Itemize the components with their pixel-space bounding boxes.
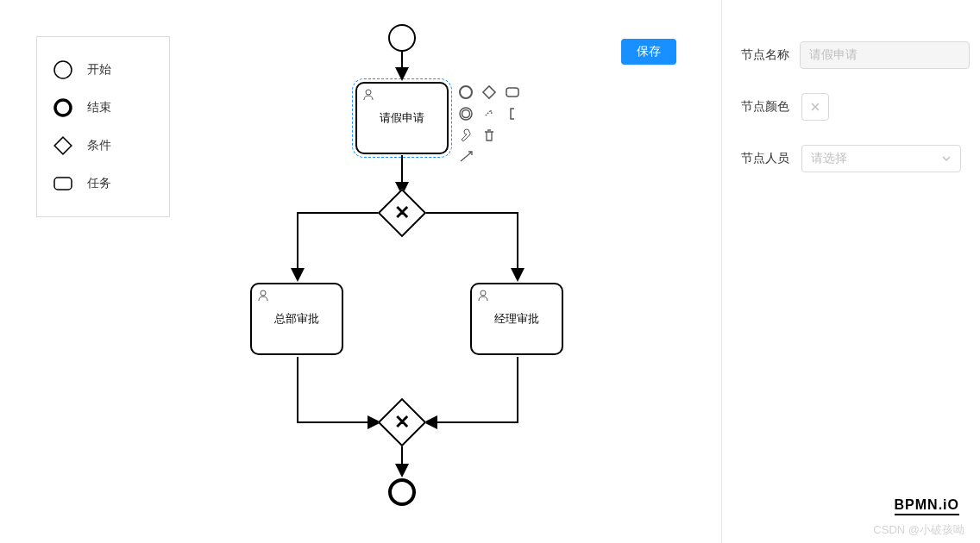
svg-point-12 (462, 110, 470, 118)
svg-rect-9 (483, 86, 495, 98)
node-person-label: 节点人员 (741, 151, 791, 166)
pad-annotation-icon[interactable] (481, 105, 498, 122)
pad-trash-icon[interactable] (481, 127, 498, 144)
flow-edges (0, 0, 707, 543)
task-label: 请假申请 (380, 110, 424, 126)
watermark: CSDN @小破孩呦 (873, 522, 964, 538)
chevron-down-icon (941, 153, 952, 164)
node-name-input[interactable] (800, 41, 970, 69)
task-node-hq-approval[interactable]: 总部审批 (250, 283, 343, 355)
pad-gateway-icon[interactable] (481, 84, 498, 101)
context-pad (457, 84, 523, 165)
task-node-manager-approval[interactable]: 经理审批 (470, 283, 563, 355)
pad-connect-icon[interactable] (457, 148, 474, 165)
pad-start-event-icon[interactable] (457, 84, 474, 101)
bpmn-logo: BPMN.iO (895, 497, 959, 515)
user-icon (256, 289, 270, 303)
gateway-node-1[interactable]: ✕ (385, 196, 419, 230)
start-event-node[interactable] (388, 24, 416, 52)
save-button[interactable]: 保存 (621, 39, 676, 65)
node-person-select[interactable]: 请选择 (801, 145, 961, 172)
svg-point-14 (481, 290, 486, 296)
svg-rect-10 (506, 88, 518, 97)
node-color-label: 节点颜色 (741, 99, 791, 115)
task-label: 经理审批 (494, 311, 539, 327)
node-name-label: 节点名称 (741, 47, 789, 63)
end-event-node[interactable] (388, 478, 416, 506)
user-icon (476, 289, 490, 303)
svg-point-8 (460, 86, 472, 98)
bpmn-canvas[interactable]: 请假申请 ✕ 总部审批 经理审批 ✕ (0, 0, 707, 543)
close-icon (810, 102, 820, 112)
select-placeholder: 请选择 (811, 151, 847, 166)
pad-task-icon[interactable] (504, 84, 521, 101)
user-icon (361, 88, 375, 102)
svg-point-7 (366, 90, 371, 95)
node-color-picker[interactable] (801, 93, 829, 121)
pad-wrench-icon[interactable] (457, 127, 474, 144)
task-label: 总部审批 (274, 311, 319, 327)
task-node-leave-request[interactable]: 请假申请 (355, 82, 449, 154)
pad-intermediate-event-icon[interactable] (457, 105, 474, 122)
svg-point-13 (261, 290, 266, 296)
pad-bracket-icon[interactable] (504, 105, 521, 122)
gateway-node-2[interactable]: ✕ (385, 405, 419, 440)
properties-panel: 节点名称 节点颜色 节点人员 请选择 (721, 0, 980, 543)
